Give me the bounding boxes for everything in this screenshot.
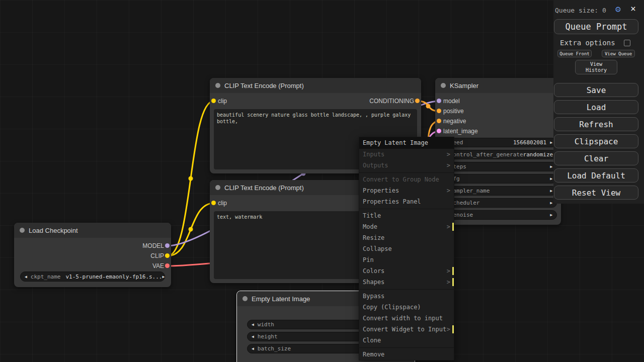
next-value-icon[interactable]: ▶ <box>163 275 165 279</box>
decrement-icon[interactable]: ◀ <box>252 334 254 339</box>
input-slot-clip[interactable] <box>211 201 216 205</box>
menu-item-shapes[interactable]: Shapes> <box>359 277 454 288</box>
input-slot-clip[interactable] <box>211 99 216 103</box>
prev-value-icon[interactable]: ◀ <box>25 275 27 279</box>
menu-item-mode[interactable]: Mode> <box>359 221 454 232</box>
node-title: CLIP Text Encode (Prompt) <box>224 82 304 89</box>
input-slot-model[interactable] <box>437 99 441 103</box>
clear-button[interactable]: Clear <box>554 151 638 165</box>
context-menu-title: Empty Latent Image <box>359 137 454 149</box>
output-label-clip: CLIP <box>150 252 164 260</box>
submenu-arrow-icon: > <box>447 160 450 171</box>
node-load-checkpoint[interactable]: Load Checkpoint MODEL CLIP VAE ◀ ckpt_na… <box>14 223 171 287</box>
input-slot-negative[interactable] <box>437 119 441 123</box>
output-slot-clip[interactable] <box>165 253 170 258</box>
menu-item-convert-width-to-input[interactable]: Convert width to input <box>359 313 454 324</box>
node-title: Load Checkpoint <box>29 227 78 234</box>
widget-ckpt-name[interactable]: ◀ ckpt_name v1-5-pruned-emaonly-fp16.s..… <box>20 272 165 282</box>
refresh-button[interactable]: Refresh <box>554 117 638 131</box>
widget-value: v1-5-pruned-emaonly-fp16.s... <box>65 274 162 280</box>
settings-gear-icon[interactable]: ⚙ <box>615 4 621 14</box>
input-label-latent-image: latent_image <box>443 127 478 135</box>
comfy-menu-panel: Queue size: 0 ⚙ × Queue Prompt Extra opt… <box>553 0 644 204</box>
input-label-model: model <box>443 97 460 105</box>
menu-item-inputs: Inputs> <box>359 149 454 160</box>
output-slot-vae[interactable] <box>165 263 170 268</box>
queue-prompt-button[interactable]: Queue Prompt <box>554 19 638 34</box>
reset-view-button[interactable]: Reset View <box>554 186 638 200</box>
menu-item-copy-clipspace[interactable]: Copy (Clipspace) <box>359 302 454 313</box>
increment-icon[interactable]: ▶ <box>550 140 552 145</box>
submenu-arrow-icon: > <box>447 277 450 288</box>
clipspace-button[interactable]: Clipspace <box>554 134 638 148</box>
extra-options-label: Extra options <box>560 39 615 47</box>
view-history-button[interactable]: View History <box>575 60 617 74</box>
extra-options-checkbox[interactable] <box>624 40 630 46</box>
output-label-model: MODEL <box>142 242 164 250</box>
input-label-positive: positive <box>443 107 464 115</box>
submenu-arrow-icon: > <box>447 324 450 335</box>
node-title: CLIP Text Encode (Prompt) <box>224 184 304 192</box>
menu-item-convert-widget-to-input[interactable]: Convert Widget to Input> <box>359 324 454 335</box>
collapse-dot-icon[interactable] <box>441 83 446 88</box>
output-slot-model[interactable] <box>165 243 170 248</box>
node-title-bar[interactable]: Load Checkpoint <box>14 223 171 238</box>
increment-icon[interactable]: ▶ <box>550 189 552 193</box>
increment-icon[interactable]: ▶ <box>550 164 552 169</box>
widget-control-after-generate[interactable]: ◀ control_after_generate randomize ▶ <box>439 150 557 159</box>
decrement-icon[interactable]: ◀ <box>252 322 254 327</box>
increment-icon[interactable]: ▶ <box>550 213 552 217</box>
menu-item-bypass[interactable]: Bypass <box>359 291 454 302</box>
queue-size-text: Queue size: 0 <box>555 7 606 14</box>
menu-item-convert-to-group-node: Convert to Group Node <box>359 174 454 185</box>
node-graph-canvas[interactable]: Load Checkpoint MODEL CLIP VAE ◀ ckpt_na… <box>0 0 644 362</box>
collapse-dot-icon[interactable] <box>243 296 248 301</box>
context-menu: Empty Latent Image Inputs> Outputs> Conv… <box>359 137 454 360</box>
widget-denoise[interactable]: ◀ denoise ▶ <box>439 210 557 220</box>
node-title-bar[interactable]: KSampler <box>435 78 561 93</box>
queue-front-button[interactable]: Queue Front <box>557 50 592 57</box>
submenu-arrow-icon: > <box>447 221 450 232</box>
widget-cfg[interactable]: ◀ cfg ▶ <box>439 174 557 184</box>
collapse-dot-icon[interactable] <box>20 228 25 233</box>
output-slot-conditioning[interactable] <box>415 99 420 103</box>
wire-clip-to-positive-encode <box>168 101 214 256</box>
view-queue-button[interactable]: View Queue <box>602 50 635 57</box>
load-button[interactable]: Load <box>554 100 638 114</box>
output-label-vae: VAE <box>152 262 164 270</box>
submenu-arrow-icon: > <box>447 185 450 196</box>
link-midpoint-dot <box>189 227 193 232</box>
menu-item-collapse[interactable]: Collapse <box>359 243 454 254</box>
menu-item-properties[interactable]: Properties> <box>359 185 454 196</box>
collapse-dot-icon[interactable] <box>215 185 220 190</box>
widget-sampler-name[interactable]: ◀ sampler_name ▶ <box>439 186 557 196</box>
collapse-dot-icon[interactable] <box>215 83 220 88</box>
link-midpoint-dot <box>189 176 193 181</box>
submenu-arrow-icon: > <box>447 265 450 277</box>
menu-item-properties-panel[interactable]: Properties Panel <box>359 196 454 207</box>
menu-item-remove[interactable]: Remove <box>359 349 454 360</box>
input-slot-positive[interactable] <box>437 109 441 113</box>
queue-size-value: 0 <box>602 7 606 14</box>
menu-item-title[interactable]: Title <box>359 210 454 221</box>
widget-scheduler[interactable]: ◀ scheduler ▶ <box>439 198 557 208</box>
menu-item-colors[interactable]: Colors> <box>359 265 454 277</box>
load-default-button[interactable]: Load Default <box>554 168 638 183</box>
widget-steps[interactable]: ◀ steps ▶ <box>439 162 557 171</box>
menu-item-resize[interactable]: Resize <box>359 232 454 243</box>
menu-item-pin[interactable]: Pin <box>359 254 454 265</box>
output-label-conditioning: CONDITIONING <box>369 97 414 105</box>
widget-seed[interactable]: ◀ seed 1566802081 ▶ <box>439 138 557 147</box>
input-label-negative: negative <box>443 117 466 125</box>
close-icon[interactable]: × <box>630 3 636 14</box>
decrement-icon[interactable]: ◀ <box>252 346 254 351</box>
increment-icon[interactable]: ▶ <box>550 201 552 205</box>
node-title: Empty Latent Image <box>252 295 310 303</box>
input-slot-latent-image[interactable] <box>437 129 441 133</box>
submenu-arrow-icon: > <box>447 149 450 160</box>
node-title-bar[interactable]: CLIP Text Encode (Prompt) <box>210 78 421 93</box>
menu-item-clone[interactable]: Clone <box>359 335 454 346</box>
increment-icon[interactable]: ▶ <box>550 176 552 181</box>
save-button[interactable]: Save <box>554 83 638 97</box>
wire-clip-to-negative-encode <box>168 203 214 256</box>
